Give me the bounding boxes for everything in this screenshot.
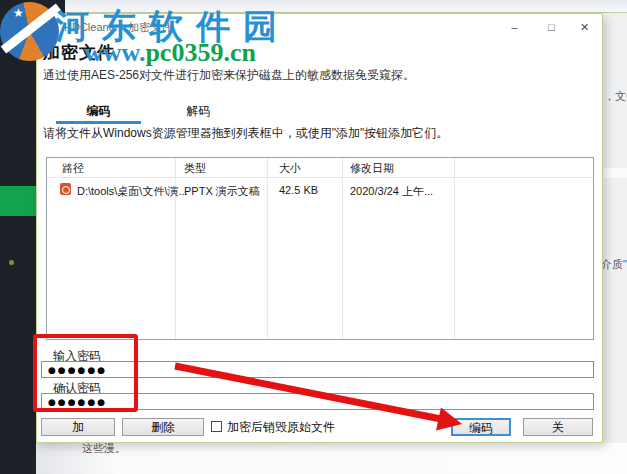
column-header-modified[interactable]: 修改日期	[350, 161, 394, 176]
column-divider	[454, 158, 455, 339]
annotation-highlight-box	[33, 334, 138, 412]
column-header-path[interactable]: 路径	[62, 161, 84, 176]
add-button[interactable]: 加	[41, 418, 115, 436]
background-text-fragment: 这些漫。	[82, 441, 126, 456]
background-dark-sidebar	[0, 0, 36, 474]
hedong-site-logo: ★	[0, 2, 59, 61]
destroy-original-label: 加密后销毁原始文件	[227, 419, 335, 436]
column-header-type[interactable]: 类型	[184, 161, 206, 176]
destroy-original-checkbox[interactable]	[211, 421, 222, 432]
minimize-button[interactable]: –	[499, 14, 530, 40]
instruction-text: 请将文件从Windows资源管理器拖到列表框中，或使用"添加"按钮添加它们。	[43, 125, 448, 142]
cell-path: D:\tools\桌面\文件\演...	[77, 184, 188, 199]
table-header-row[interactable]: 路径 类型 大小 修改日期	[47, 158, 593, 178]
tab-encode[interactable]: 编码	[56, 100, 141, 124]
close-window-button[interactable]: ✕	[569, 14, 600, 40]
maximize-button[interactable]: □	[536, 14, 567, 40]
cell-type: PPTX 演示文稿	[184, 184, 260, 199]
column-header-size[interactable]: 大小	[279, 161, 301, 176]
delete-button[interactable]: 删除	[122, 418, 204, 436]
column-divider	[342, 158, 343, 339]
cell-size: 42.5 KB	[279, 184, 318, 196]
close-dialog-button[interactable]: 关	[523, 418, 593, 436]
cell-modified: 2020/3/24 上午...	[350, 184, 433, 199]
watermark-site-url: www.pc0359.cn	[84, 38, 256, 68]
sidebar-dot	[9, 260, 14, 265]
sidebar-green-indicator	[0, 186, 36, 216]
star-icon: ★	[13, 6, 24, 20]
background-text-fragment: ，文件	[604, 89, 627, 104]
file-list[interactable]: 路径 类型 大小 修改日期 D:\tools\桌面\文件\演... PPTX 演…	[46, 157, 594, 340]
page-subtitle: 通过使用AES-256对文件进行加密来保护磁盘上的敏感数据免受窥探。	[43, 67, 415, 84]
tab-decode[interactable]: 解码	[156, 100, 241, 124]
background-window-divider	[603, 168, 627, 178]
column-divider	[267, 158, 268, 339]
encode-button[interactable]: 编码	[451, 418, 511, 436]
pptx-file-icon	[60, 183, 71, 195]
background-window-right	[603, 13, 627, 474]
